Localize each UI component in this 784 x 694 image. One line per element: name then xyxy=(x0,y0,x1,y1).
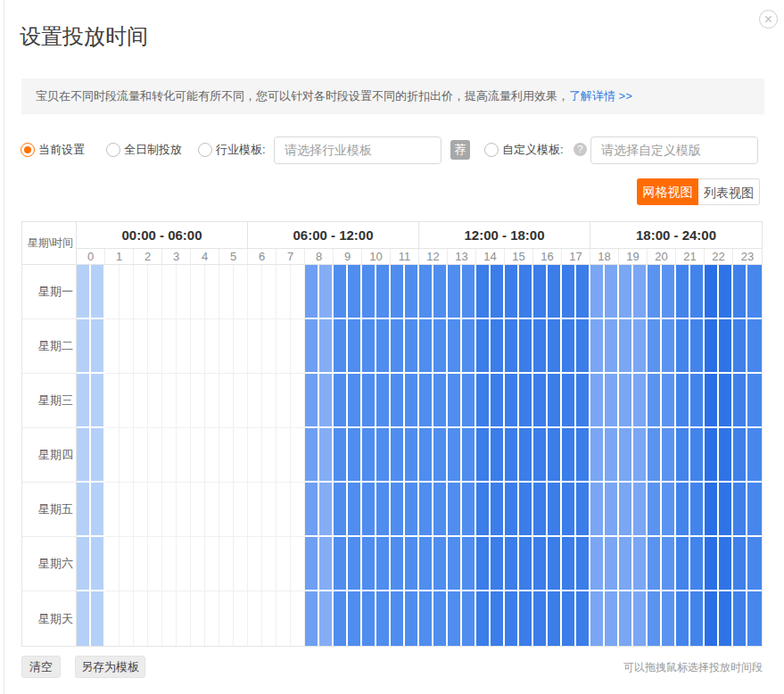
schedule-cell[interactable] xyxy=(105,537,120,591)
schedule-cell[interactable] xyxy=(419,483,433,537)
schedule-cell[interactable] xyxy=(291,483,305,537)
schedule-cell[interactable] xyxy=(419,374,433,428)
schedule-cell[interactable] xyxy=(177,428,191,483)
schedule-cell[interactable] xyxy=(419,591,433,646)
schedule-cell[interactable] xyxy=(77,319,91,374)
schedule-cell[interactable] xyxy=(191,428,205,483)
schedule-cell[interactable] xyxy=(219,319,234,374)
schedule-cell[interactable] xyxy=(633,265,648,319)
schedule-cell[interactable] xyxy=(219,374,234,428)
schedule-cell[interactable] xyxy=(334,483,348,537)
schedule-cell[interactable] xyxy=(476,537,491,591)
schedule-cell[interactable] xyxy=(162,483,177,537)
schedule-cell[interactable] xyxy=(120,483,134,537)
schedule-cell[interactable] xyxy=(362,537,376,591)
schedule-cell[interactable] xyxy=(91,374,105,428)
close-icon[interactable]: × xyxy=(759,10,778,29)
schedule-cell[interactable] xyxy=(205,374,219,428)
schedule-cell[interactable] xyxy=(120,591,134,646)
schedule-cell[interactable] xyxy=(519,591,533,646)
schedule-cell[interactable] xyxy=(676,428,690,483)
schedule-cell[interactable] xyxy=(248,537,262,591)
schedule-cell[interactable] xyxy=(676,537,690,591)
schedule-cell[interactable] xyxy=(533,319,548,374)
schedule-cell[interactable] xyxy=(162,537,177,591)
schedule-cell[interactable] xyxy=(448,483,462,537)
schedule-cell[interactable] xyxy=(462,591,476,646)
schedule-cell[interactable] xyxy=(491,374,505,428)
schedule-cell[interactable] xyxy=(234,591,248,646)
schedule-cell[interactable] xyxy=(619,483,633,537)
schedule-cell[interactable] xyxy=(662,483,676,537)
schedule-cell[interactable] xyxy=(162,374,177,428)
schedule-cell[interactable] xyxy=(533,537,548,591)
schedule-cell[interactable] xyxy=(405,428,419,483)
schedule-cell[interactable] xyxy=(105,374,120,428)
schedule-cell[interactable] xyxy=(448,374,462,428)
schedule-cell[interactable] xyxy=(648,428,662,483)
schedule-cell[interactable] xyxy=(248,374,262,428)
schedule-cell[interactable] xyxy=(362,428,376,483)
schedule-cell[interactable] xyxy=(405,374,419,428)
schedule-cell[interactable] xyxy=(291,319,305,374)
schedule-cell[interactable] xyxy=(619,537,633,591)
schedule-cell[interactable] xyxy=(633,428,648,483)
schedule-cell[interactable] xyxy=(605,537,619,591)
radio-selected-icon[interactable] xyxy=(21,143,35,157)
schedule-cell[interactable] xyxy=(633,591,648,646)
schedule-cell[interactable] xyxy=(733,428,747,483)
schedule-cell[interactable] xyxy=(747,265,762,319)
schedule-cell[interactable] xyxy=(177,319,191,374)
schedule-cell[interactable] xyxy=(733,265,747,319)
schedule-cell[interactable] xyxy=(433,374,448,428)
schedule-cell[interactable] xyxy=(262,483,276,537)
schedule-cell[interactable] xyxy=(348,319,362,374)
schedule-cell[interactable] xyxy=(334,537,348,591)
schedule-cell[interactable] xyxy=(348,537,362,591)
schedule-cell[interactable] xyxy=(319,483,334,537)
schedule-cell[interactable] xyxy=(605,483,619,537)
schedule-cell[interactable] xyxy=(491,483,505,537)
schedule-cell[interactable] xyxy=(548,265,562,319)
schedule-cell[interactable] xyxy=(433,428,448,483)
schedule-cell[interactable] xyxy=(262,265,276,319)
schedule-cell[interactable] xyxy=(334,319,348,374)
schedule-cell[interactable] xyxy=(334,374,348,428)
schedule-cell[interactable] xyxy=(433,591,448,646)
schedule-cell[interactable] xyxy=(433,483,448,537)
schedule-cell[interactable] xyxy=(77,591,91,646)
schedule-cell[interactable] xyxy=(433,319,448,374)
schedule-cell[interactable] xyxy=(262,537,276,591)
schedule-cell[interactable] xyxy=(462,537,476,591)
schedule-cell[interactable] xyxy=(648,374,662,428)
schedule-cell[interactable] xyxy=(419,319,433,374)
schedule-cell[interactable] xyxy=(305,374,319,428)
schedule-cell[interactable] xyxy=(105,265,120,319)
schedule-cell[interactable] xyxy=(747,374,762,428)
schedule-cell[interactable] xyxy=(376,265,391,319)
schedule-cell[interactable] xyxy=(633,374,648,428)
schedule-cell[interactable] xyxy=(690,483,705,537)
schedule-cell[interactable] xyxy=(548,537,562,591)
radio-industry-template[interactable]: 行业模板: xyxy=(198,136,266,164)
schedule-cell[interactable] xyxy=(177,537,191,591)
schedule-cell[interactable] xyxy=(448,265,462,319)
schedule-cell[interactable] xyxy=(605,374,619,428)
schedule-cell[interactable] xyxy=(234,374,248,428)
schedule-cell[interactable] xyxy=(191,483,205,537)
schedule-cell[interactable] xyxy=(562,374,576,428)
schedule-cell[interactable] xyxy=(276,483,291,537)
schedule-cell[interactable] xyxy=(362,374,376,428)
schedule-cell[interactable] xyxy=(476,591,491,646)
schedule-cell[interactable] xyxy=(590,591,605,646)
schedule-cell[interactable] xyxy=(576,591,590,646)
schedule-cell[interactable] xyxy=(619,319,633,374)
schedule-cell[interactable] xyxy=(319,374,334,428)
schedule-cell[interactable] xyxy=(391,319,405,374)
schedule-cell[interactable] xyxy=(476,265,491,319)
schedule-cell[interactable] xyxy=(476,319,491,374)
schedule-cell[interactable] xyxy=(648,537,662,591)
schedule-cell[interactable] xyxy=(690,374,705,428)
schedule-cell[interactable] xyxy=(177,265,191,319)
schedule-cell[interactable] xyxy=(648,319,662,374)
